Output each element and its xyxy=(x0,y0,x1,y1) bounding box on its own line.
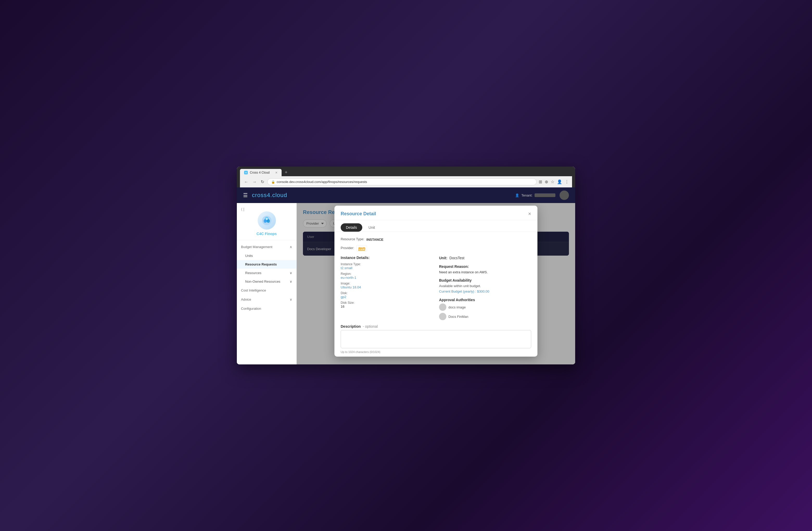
image-value: Ubuntu 18.04 xyxy=(341,285,433,289)
address-bar[interactable]: 🔒 console.dev.cross4cloud.com/app/finops… xyxy=(267,178,537,185)
header-right: 👤 Tenant: xyxy=(515,190,569,200)
hamburger-icon[interactable]: ☰ xyxy=(243,192,248,198)
sidebar-item-non-owned-resources[interactable]: Non-Owned Resources ∨ xyxy=(237,277,296,286)
description-textarea[interactable] xyxy=(341,330,531,348)
tenant-label: Tenant: xyxy=(521,193,533,197)
tenant-info: 👤 Tenant: xyxy=(515,193,555,197)
sidebar-collapse-button[interactable]: ⟨ | xyxy=(241,207,244,211)
region-label: Region: xyxy=(341,272,433,276)
app-header: ☰ cross4.cloud 👤 Tenant: xyxy=(237,187,575,203)
zoom-icon[interactable]: ⊕ xyxy=(545,180,548,184)
main-layout: ⟨ | C4C Finops Budget Mana xyxy=(237,203,575,364)
content-area: Resource Requests (1) Provider Unit User… xyxy=(297,203,575,364)
sidebar-app-name: C4C Finops xyxy=(257,232,277,236)
budget-label: Budget Availability xyxy=(439,278,531,283)
active-tab[interactable]: 4 Cross 4 Cloud × xyxy=(240,169,281,176)
disk-label: Disk: xyxy=(341,291,433,295)
nav-group-advice[interactable]: Advice ∨ xyxy=(237,295,296,304)
description-hint: Up to 1024 characters (0/1024) xyxy=(341,350,531,354)
app-container: ☰ cross4.cloud 👤 Tenant: ⟨ | xyxy=(237,187,575,364)
modal-close-button[interactable]: × xyxy=(528,211,531,217)
tab-details[interactable]: Details xyxy=(341,223,362,232)
tab-unit[interactable]: Unit xyxy=(363,223,380,232)
budget-available-text: Available within unit budget. xyxy=(439,284,531,288)
browser-toolbar: ← → ↻ 🔒 console.dev.cross4cloud.com/app/… xyxy=(240,176,572,187)
nav-group-budget-management[interactable]: Budget Management ∧ xyxy=(237,242,296,252)
advice-arrow: ∨ xyxy=(290,298,292,301)
tenant-value xyxy=(535,193,555,197)
lock-icon: 🔒 xyxy=(271,180,275,184)
instance-type-field: Instance Type: t2.small xyxy=(341,262,433,270)
instance-type-label: Instance Type: xyxy=(341,262,433,266)
resources-arrow: ∨ xyxy=(290,271,292,275)
browser-tabs: 4 Cross 4 Cloud × + xyxy=(240,169,572,176)
sidebar-item-units[interactable]: Units xyxy=(237,252,296,260)
app-logo: cross4.cloud xyxy=(252,192,287,199)
tenant-icon: 👤 xyxy=(515,193,519,197)
region-value: eu-north-1 xyxy=(341,276,433,279)
non-owned-arrow: ∨ xyxy=(290,279,292,284)
profile-icon[interactable]: 👤 xyxy=(557,180,562,184)
sidebar: ⟨ | C4C Finops Budget Mana xyxy=(237,203,297,364)
request-reason-row: Request Reason: Need an extra instance o… xyxy=(439,264,531,274)
modal-title: Resource Detail xyxy=(341,211,376,217)
authority-avatar-1 xyxy=(439,313,446,320)
sidebar-nav: Budget Management ∧ Units Resource Reque… xyxy=(237,240,296,364)
menu-icon[interactable]: ⋮ xyxy=(565,180,569,184)
nav-group-configuration[interactable]: Configuration xyxy=(237,304,296,313)
nav-group-budget-arrow: ∧ xyxy=(290,245,292,249)
image-label: Image: xyxy=(341,282,433,285)
modal-tabs: Details Unit xyxy=(334,220,537,232)
sidebar-item-resource-requests[interactable]: Resource Requests xyxy=(237,260,296,269)
request-reason-label: Request Reason: xyxy=(439,264,531,269)
user-avatar[interactable] xyxy=(560,190,569,200)
extensions-icon[interactable]: ⊞ xyxy=(539,180,542,184)
provider-aws-logo: aws xyxy=(356,245,367,252)
sidebar-logo-area: ⟨ | C4C Finops xyxy=(237,203,296,240)
budget-link[interactable]: Current Budget (yearly) : $300.00 xyxy=(439,289,489,293)
sidebar-item-resources[interactable]: Resources ∨ xyxy=(237,269,296,277)
approval-authorities-label: Approval Authorities xyxy=(439,298,531,302)
nav-group-budget-label: Budget Management xyxy=(241,245,273,249)
region-field: Region: eu-north-1 xyxy=(341,272,433,279)
instance-details-section: Instance Details: Instance Type: t2.smal… xyxy=(341,256,433,320)
header-left: ☰ cross4.cloud xyxy=(243,192,287,199)
tab-close-button[interactable]: × xyxy=(275,171,277,175)
request-reason-value: Need an extra instance on AWS. xyxy=(439,270,531,274)
forward-button[interactable]: → xyxy=(251,178,258,185)
modal-section-row: Instance Details: Instance Type: t2.smal… xyxy=(341,256,531,324)
right-panel: Unit: DocsTest Request Reason: Need an e… xyxy=(439,256,531,324)
toolbar-icons: ⊞ ⊕ ☆ 👤 ⋮ xyxy=(539,180,569,184)
tab-favicon: 4 xyxy=(244,171,248,174)
nav-group-cost-intelligence[interactable]: Cost Intelligence xyxy=(237,286,296,295)
disk-field: Disk: gp2 xyxy=(341,291,433,299)
resource-detail-modal: Resource Detail × Details Unit R xyxy=(334,206,537,357)
url-text: console.dev.cross4cloud.com/app/finops/r… xyxy=(277,180,367,184)
modal-header: Resource Detail × xyxy=(334,206,537,220)
provider-row: Provider: aws xyxy=(341,245,531,252)
image-field: Image: Ubuntu 18.04 xyxy=(341,282,433,289)
authority-name-0: docs image xyxy=(448,305,466,309)
description-row: Description - optional Up to 1024 charac… xyxy=(341,324,531,354)
provider-label: Provider: xyxy=(341,246,354,250)
authority-item-0: docs image xyxy=(439,303,531,311)
modal-overlay: Resource Detail × Details Unit R xyxy=(297,203,575,364)
svg-point-4 xyxy=(266,218,268,220)
new-tab-button[interactable]: + xyxy=(282,169,290,176)
disk-size-label: Disk Size: xyxy=(341,301,433,304)
description-label: Description - optional xyxy=(341,324,531,329)
disk-value: gp2 xyxy=(341,295,433,299)
instance-details-title: Instance Details: xyxy=(341,256,433,260)
browser-window: 4 Cross 4 Cloud × + ← → ↻ 🔒 console.dev.… xyxy=(237,167,575,364)
back-button[interactable]: ← xyxy=(243,178,249,185)
instance-type-value: t2.small xyxy=(341,266,433,270)
resource-type-value: INSTANCE xyxy=(366,238,383,242)
authority-name-1: Docs FinMan xyxy=(448,315,468,319)
authority-avatar-0 xyxy=(439,303,446,311)
reload-button[interactable]: ↻ xyxy=(260,178,265,185)
authority-item-1: Docs FinMan xyxy=(439,313,531,320)
tab-label: Cross 4 Cloud xyxy=(250,171,270,174)
bookmark-icon[interactable]: ☆ xyxy=(551,180,554,184)
unit-value: DocsTest xyxy=(449,256,465,260)
sidebar-logo-image xyxy=(258,211,276,230)
